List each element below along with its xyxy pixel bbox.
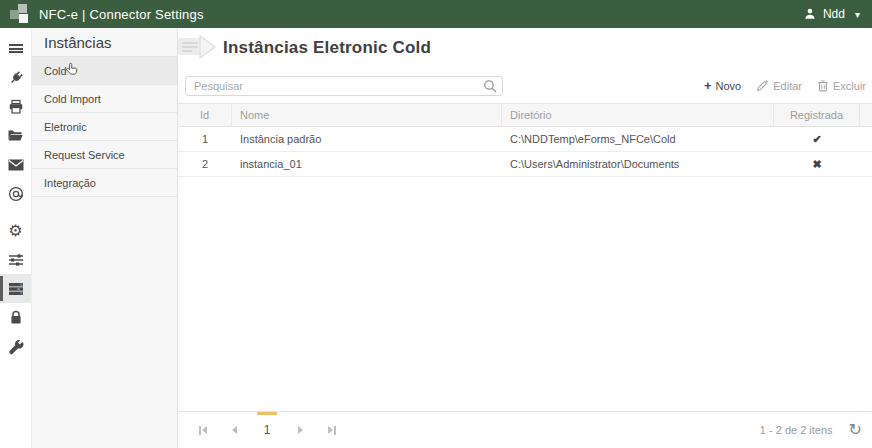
sidebar-item-cold-import[interactable]: Cold Import: [32, 85, 177, 113]
app-logo-icon: [8, 3, 30, 25]
first-page-button[interactable]: [190, 412, 214, 448]
sliders-icon[interactable]: [0, 245, 31, 274]
table-row[interactable]: 1Instância padrãoC:\NDDTemp\eForms_NFCe\…: [178, 127, 872, 152]
table-row[interactable]: 2instancia_01C:\Users\Administrator\Docu…: [178, 152, 872, 177]
topbar: NFC-e | Connector Settings Ndd ▾: [0, 0, 872, 28]
column-header-id[interactable]: Id: [178, 104, 232, 126]
sidebar: Instâncias ColdCold ImportEletronicReque…: [32, 28, 178, 448]
gear-icon[interactable]: ⚙: [0, 216, 31, 245]
toolbar-actions: + Novo Editar Excluir: [704, 79, 868, 92]
cell-id: 1: [178, 127, 232, 151]
instances-table: IdNomeDiretórioRegistrada 1Instância pad…: [178, 103, 872, 411]
registered-status-icon: ✖: [774, 152, 860, 176]
sidebar-item-request-service[interactable]: Request Service: [32, 141, 177, 169]
prev-page-button[interactable]: [222, 412, 246, 448]
cell-nome: instancia_01: [232, 152, 502, 176]
cell-diretorio: C:\NDDTemp\eForms_NFCe\Cold: [502, 127, 774, 151]
cell-nome: Instância padrão: [232, 127, 502, 151]
trash-icon: [817, 79, 829, 92]
next-page-button[interactable]: [288, 412, 312, 448]
novo-button[interactable]: + Novo: [704, 79, 741, 92]
wrench-icon[interactable]: [0, 332, 31, 361]
icon-rail: ⚙: [0, 28, 32, 448]
column-header-registrada[interactable]: Registrada: [774, 104, 860, 126]
pager: 1 1 - 2 de 2 itens ↻: [178, 411, 872, 448]
table-empty-area: [178, 177, 872, 411]
at-sign-icon[interactable]: [0, 179, 31, 208]
sidebar-item-cold[interactable]: Cold: [32, 57, 177, 85]
cell-filler: [860, 127, 872, 151]
folder-open-icon[interactable]: [0, 121, 31, 150]
pager-info: 1 - 2 de 2 itens: [760, 424, 833, 436]
chevron-down-icon: ▾: [855, 9, 860, 20]
connector-plug-icon[interactable]: [0, 63, 31, 92]
toolbar: + Novo Editar Excluir: [178, 68, 872, 103]
sidebar-menu: ColdCold ImportEletronicRequest ServiceI…: [32, 57, 177, 197]
editar-button[interactable]: Editar: [756, 79, 802, 92]
refresh-icon[interactable]: ↻: [849, 422, 862, 438]
cell-diretorio: C:\Users\Administrator\Documents: [502, 152, 774, 176]
page-watermark-icon: [178, 33, 218, 63]
table-header-row: IdNomeDiretórioRegistrada: [178, 104, 872, 127]
last-page-button[interactable]: [320, 412, 344, 448]
cell-id: 2: [178, 152, 232, 176]
table-body: 1Instância padrãoC:\NDDTemp\eForms_NFCe\…: [178, 127, 872, 177]
user-avatar-icon: [803, 7, 817, 21]
user-name: Ndd: [823, 7, 845, 21]
current-page[interactable]: 1: [254, 412, 280, 448]
printer-icon[interactable]: [0, 92, 31, 121]
excluir-button[interactable]: Excluir: [817, 79, 866, 92]
page-header: Instâncias Eletronic Cold: [178, 28, 872, 68]
menu-toggle-icon[interactable]: [0, 34, 31, 63]
search-box: [185, 76, 503, 96]
novo-label: Novo: [716, 80, 742, 92]
search-input[interactable]: [185, 76, 503, 96]
search-icon[interactable]: [483, 79, 497, 93]
plus-icon: +: [704, 79, 712, 92]
pager-nav: 1: [190, 412, 344, 448]
column-header-filler: [860, 104, 872, 126]
mail-icon[interactable]: [0, 150, 31, 179]
app-title: NFC-e | Connector Settings: [39, 7, 204, 22]
lock-icon[interactable]: [0, 303, 31, 332]
excluir-label: Excluir: [833, 80, 866, 92]
cell-filler: [860, 152, 872, 176]
sidebar-title: Instâncias: [32, 28, 177, 57]
column-header-diretório[interactable]: Diretório: [502, 104, 774, 126]
registered-status-icon: ✔: [774, 127, 860, 151]
page-title: Instâncias Eletronic Cold: [223, 38, 431, 58]
user-menu[interactable]: Ndd ▾: [803, 7, 860, 21]
pager-right: 1 - 2 de 2 itens ↻: [760, 412, 862, 448]
editar-label: Editar: [773, 80, 802, 92]
main-panel: Instâncias Eletronic Cold + Novo: [178, 28, 872, 448]
sidebar-item-integração[interactable]: Integração: [32, 169, 177, 197]
instances-icon[interactable]: [0, 274, 31, 303]
sidebar-item-eletronic[interactable]: Eletronic: [32, 113, 177, 141]
edit-pencil-icon: [756, 79, 769, 92]
column-header-nome[interactable]: Nome: [232, 104, 502, 126]
